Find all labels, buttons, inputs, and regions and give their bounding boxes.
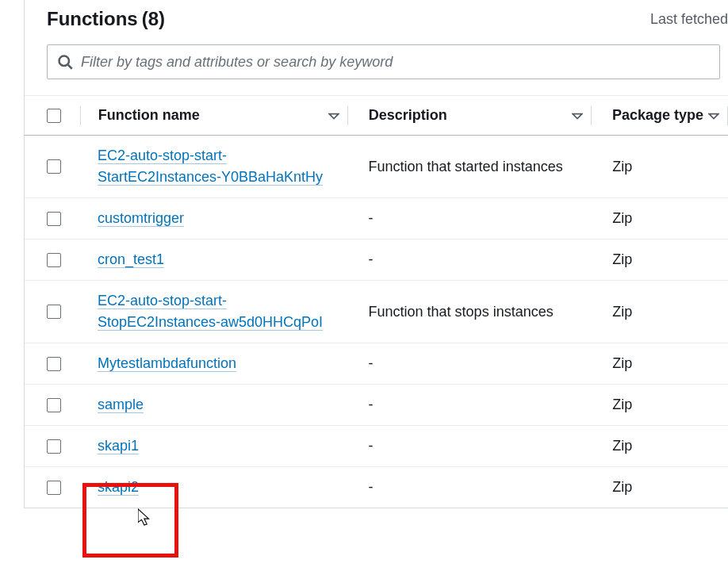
row-name-cell: skapi1 (80, 426, 348, 466)
row-select-cell (25, 347, 80, 381)
row-description-text: - (369, 477, 374, 498)
functions-panel: Functions (8) Last fetched Function name (24, 0, 728, 508)
search-icon (57, 54, 73, 70)
panel-count: (8) (142, 8, 165, 29)
column-header-description-label: Description (369, 107, 447, 124)
row-select-checkbox[interactable] (47, 305, 61, 319)
function-link[interactable]: skapi2 (98, 477, 139, 498)
row-package-text: Zip (612, 159, 632, 175)
row-name-cell: sample (80, 385, 348, 425)
row-description-text: Function that stops instances (369, 301, 554, 323)
column-header-package-label: Package type (612, 107, 703, 124)
table-row: skapi1-Zip (25, 426, 728, 467)
function-link[interactable]: EC2-auto-stop-start-StartEC2Instances-Y0… (98, 145, 340, 188)
sort-icon (328, 110, 339, 121)
table-row: sample-Zip (25, 385, 728, 426)
row-description-text: - (369, 249, 374, 270)
panel-header: Functions (8) Last fetched (25, 0, 728, 44)
row-description-text: Function that started instances (369, 156, 563, 178)
row-package-cell: Zip (592, 346, 728, 381)
cursor-pointer-icon (138, 508, 152, 527)
row-description-text: - (369, 394, 374, 416)
row-select-checkbox[interactable] (47, 253, 61, 267)
select-all-cell (25, 96, 80, 135)
row-package-cell: Zip (592, 242, 728, 278)
row-select-checkbox[interactable] (47, 212, 61, 226)
row-package-cell: Zip (592, 201, 728, 236)
row-select-cell (25, 471, 80, 504)
row-description-cell: - (348, 343, 592, 384)
row-package-text: Zip (612, 479, 632, 496)
table-row: cron_test1-Zip (25, 240, 728, 281)
row-select-cell (25, 295, 80, 328)
column-header-package[interactable]: Package type (592, 96, 727, 135)
row-package-cell: Zip (592, 387, 728, 423)
table-body: EC2-auto-stop-start-StartEC2Instances-Y0… (25, 136, 728, 508)
search-box[interactable] (47, 44, 720, 79)
row-description-cell: - (348, 385, 592, 425)
row-package-text: Zip (612, 397, 632, 413)
column-header-description[interactable]: Description (348, 96, 591, 135)
search-input[interactable] (81, 54, 710, 71)
row-select-cell (25, 430, 80, 463)
row-select-checkbox[interactable] (47, 439, 61, 454)
row-description-text: - (369, 435, 374, 457)
table-row: EC2-auto-stop-start-StartEC2Instances-Y0… (25, 136, 728, 198)
row-package-text: Zip (612, 304, 632, 320)
svg-line-1 (68, 65, 72, 69)
function-link[interactable]: Mytestlambdafunction (98, 353, 236, 374)
row-package-text: Zip (612, 438, 632, 454)
function-link[interactable]: cron_test1 (98, 249, 164, 270)
row-description-text: - (369, 208, 374, 229)
row-package-cell: Zip (592, 149, 728, 185)
row-package-text: Zip (612, 210, 632, 227)
row-description-cell: - (348, 198, 592, 239)
row-select-checkbox[interactable] (47, 159, 61, 174)
function-link[interactable]: customtrigger (98, 208, 184, 229)
row-select-cell (25, 202, 80, 236)
sort-icon (572, 110, 583, 121)
row-select-checkbox[interactable] (47, 357, 61, 371)
row-description-cell: - (348, 467, 592, 508)
last-fetched-label: Last fetched (650, 11, 728, 28)
table-row: skapi2-Zip (25, 467, 728, 508)
column-header-name[interactable]: Function name (81, 96, 347, 135)
row-name-cell: Mytestlambdafunction (80, 343, 348, 384)
table-row: Mytestlambdafunction-Zip (25, 343, 728, 385)
function-link[interactable]: EC2-auto-stop-start-StopEC2Instances-aw5… (98, 290, 340, 333)
svg-point-0 (59, 56, 70, 67)
row-name-cell: EC2-auto-stop-start-StopEC2Instances-aw5… (80, 281, 348, 343)
row-package-text: Zip (612, 251, 632, 268)
row-description-cell: - (348, 426, 592, 466)
row-name-cell: cron_test1 (80, 240, 348, 280)
search-wrap (25, 44, 728, 79)
table-row: customtrigger-Zip (25, 198, 728, 240)
table-header: Function name Description Package type (25, 95, 728, 136)
row-select-checkbox[interactable] (47, 398, 61, 412)
row-description-text: - (369, 353, 374, 374)
row-select-cell (25, 150, 80, 183)
row-select-checkbox[interactable] (47, 481, 61, 495)
row-package-cell: Zip (592, 469, 728, 505)
row-description-cell: Function that started instances (348, 147, 592, 187)
row-description-cell: - (348, 240, 592, 280)
function-link[interactable]: sample (98, 394, 144, 416)
row-description-cell: Function that stops instances (348, 292, 592, 332)
panel-title-wrap: Functions (8) (47, 8, 165, 30)
row-name-cell: skapi2 (80, 467, 348, 508)
row-select-cell (25, 389, 80, 422)
row-name-cell: EC2-auto-stop-start-StartEC2Instances-Y0… (80, 136, 348, 197)
row-name-cell: customtrigger (80, 198, 348, 239)
row-package-cell: Zip (592, 294, 728, 330)
select-all-checkbox[interactable] (47, 109, 61, 123)
row-package-cell: Zip (592, 428, 728, 464)
column-header-name-label: Function name (98, 107, 200, 124)
row-package-text: Zip (612, 355, 632, 372)
functions-table: Function name Description Package type (25, 95, 728, 508)
table-row: EC2-auto-stop-start-StopEC2Instances-aw5… (25, 281, 728, 343)
panel-title: Functions (47, 8, 138, 29)
sort-icon (708, 110, 719, 121)
row-select-cell (25, 243, 80, 277)
function-link[interactable]: skapi1 (98, 435, 139, 457)
